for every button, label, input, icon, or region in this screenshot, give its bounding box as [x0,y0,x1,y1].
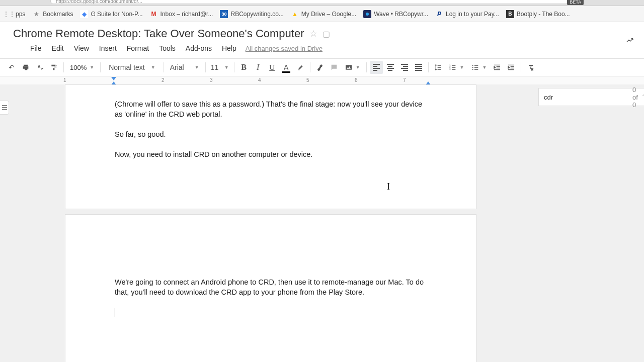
find-input[interactable] [544,94,628,101]
bookmark-label: Inbox – richard@r... [160,11,213,18]
size-value: 11 [211,63,219,71]
save-status[interactable]: All changes saved in Drive [246,45,323,52]
link-button[interactable] [313,61,327,74]
menu-view[interactable]: View [69,42,94,54]
print-button[interactable] [19,61,32,74]
numbered-list-icon: 123 [449,63,457,71]
comment-button[interactable] [328,61,341,74]
paint-format-button[interactable] [47,61,60,74]
paypal-icon: P [435,10,443,18]
highlight-button[interactable] [294,61,307,74]
svg-point-5 [472,67,473,68]
spellcheck-button[interactable] [33,61,46,74]
chevron-down-icon: ▼ [356,65,360,70]
bookmarks-button[interactable]: ★ Bookmarks [30,9,75,20]
find-prev-button[interactable]: ˄ [642,94,644,101]
link-icon [316,63,324,71]
highlight-icon [296,63,304,71]
paragraph[interactable]: (Chrome will offer to save this as a pas… [115,99,427,119]
apps-label: pps [16,11,25,18]
activity-icon[interactable] [626,36,634,47]
font-size-dropdown[interactable]: 11 ▼ [209,61,231,74]
bookmark-label: Bootply - The Boo... [517,11,570,18]
increase-indent-button[interactable] [505,61,518,74]
bookmarks-bar: ⋮⋮ pps ★ Bookmarks ◆ G Suite for Non-P..… [0,6,644,22]
clear-format-icon [527,63,535,71]
bootply-icon: B [506,10,514,18]
align-center-icon [387,63,394,72]
bookmark-paypal[interactable]: P Log in to your Pay... [433,9,501,20]
bookmark-rbc[interactable]: 30 RBCopywriting.co... [218,9,285,20]
menu-format[interactable]: Format [122,42,154,54]
italic-button[interactable]: I [252,61,265,74]
separator [164,62,164,72]
menu-edit[interactable]: Edit [47,42,69,54]
beta-badge: BETA [567,0,584,5]
font-value: Arial [170,63,184,71]
toolbar: ↶ 100% ▼ Normal text ▼ Arial ▼ 11 ▼ B I … [0,58,644,76]
zoom-value: 100% [70,64,87,71]
style-value: Normal text [109,63,145,71]
find-bar: 0 of 0 ˄ [538,88,644,106]
decrease-indent-button[interactable] [491,61,504,74]
move-folder-icon[interactable]: ▢ [323,29,330,39]
zoom-dropdown[interactable]: 100% ▼ [67,61,97,74]
bulleted-list-button[interactable]: ▼ [468,61,490,74]
text-caret [115,308,115,317]
bookmark-bootply[interactable]: B Bootply - The Boo... [504,9,572,20]
doc-title[interactable]: Chrome Remote Desktop: Take Over Someone… [13,27,304,40]
clear-formatting-button[interactable] [524,61,537,74]
comment-icon [330,63,338,71]
paragraph[interactable]: So far, so good. [115,129,427,139]
font-dropdown[interactable]: Arial ▼ [167,61,202,74]
text-color-button[interactable]: A [280,61,293,74]
align-right-button[interactable] [398,61,411,74]
align-left-button[interactable] [370,61,383,74]
gmail-icon: M [150,10,158,18]
separator [366,62,367,72]
bookmark-gsuite[interactable]: ◆ G Suite for Non-P... [78,9,144,20]
indent-decrease-icon [493,63,501,71]
styles-dropdown[interactable]: Normal text ▼ [104,61,160,74]
undo-button[interactable]: ↶ [5,61,18,74]
menu-insert[interactable]: Insert [94,42,122,54]
find-count: 0 of 0 [632,86,638,109]
menu-file[interactable]: File [25,42,47,54]
separator [234,62,234,72]
separator [100,62,101,72]
bookmark-inbox[interactable]: M Inbox – richard@r... [148,9,215,20]
bold-button[interactable]: B [237,61,251,74]
menu-addons[interactable]: Add-ons [181,42,217,54]
document-page[interactable]: (Chrome will offer to save this as a pas… [65,84,476,209]
align-justify-button[interactable] [412,61,425,74]
ruler-mark-3: 3 [210,77,213,83]
chevron-down-icon: ▼ [195,65,199,70]
separator [310,62,310,72]
bookmark-wave[interactable]: Wave • RBCopywr... [361,9,430,20]
align-left-icon [373,63,380,72]
svg-point-6 [472,69,473,70]
document-page[interactable]: We're going to connect an Android phone … [65,214,476,362]
bookmark-drive[interactable]: ▲ My Drive – Google... [289,9,358,20]
paragraph[interactable]: Now, you need to install CRD on another … [115,149,427,159]
chevron-down-icon: ▼ [482,65,487,70]
image-button[interactable]: ▼ [342,61,363,74]
address-bar[interactable]: https://docs.google.com/document/d/... [50,0,569,4]
outline-tab[interactable] [0,101,9,115]
paragraph[interactable]: We're going to connect an Android phone … [115,277,427,297]
paragraph[interactable] [115,307,427,317]
star-document-icon[interactable]: ☆ [309,28,317,39]
align-center-button[interactable] [384,61,397,74]
gsuite-icon: ◆ [80,10,88,18]
menu-help[interactable]: Help [217,42,242,54]
menu-tools[interactable]: Tools [154,42,181,54]
line-spacing-button[interactable] [432,61,445,74]
numbered-list-button[interactable]: 123 ▼ [446,61,467,74]
print-icon [22,63,30,71]
ruler-mark-2: 2 [162,77,165,83]
underline-button[interactable]: U [266,61,279,74]
apps-button[interactable]: ⋮⋮ pps [3,9,27,20]
browser-chrome-bar: https://docs.google.com/document/d/... B… [0,0,644,6]
apps-grid-icon: ⋮⋮ [5,10,13,18]
indent-marker-first[interactable] [111,77,116,80]
